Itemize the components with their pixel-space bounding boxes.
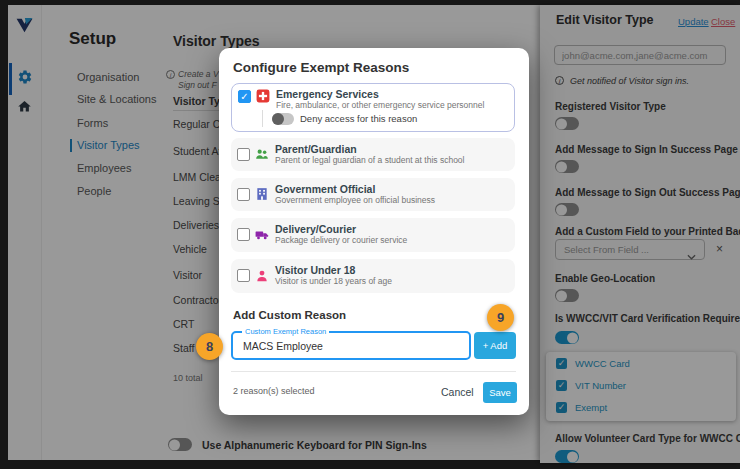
unchecked-checkbox-icon[interactable] xyxy=(237,148,250,161)
step-badge-8: 8 xyxy=(196,333,223,360)
cancel-button[interactable]: Cancel xyxy=(435,385,480,399)
reason-card-visitor-under-18[interactable]: Visitor Under 18 Visitor is under 18 yea… xyxy=(231,259,515,293)
reason-card-delivery-courier[interactable]: Delivery/Courier Package delivery or cou… xyxy=(231,218,515,252)
step-badge-9: 9 xyxy=(487,304,514,331)
reason-card-emergency-services[interactable]: ✓ Emergency Services Fire, ambulance, or… xyxy=(231,83,515,132)
building-icon xyxy=(255,187,269,201)
reason-description: Visitor is under 18 years of age xyxy=(275,276,392,286)
truck-icon xyxy=(255,228,269,242)
app-window: Setup Organisation Site & Locations Form… xyxy=(0,0,740,469)
unchecked-checkbox-icon[interactable] xyxy=(237,228,250,241)
checked-checkbox-icon[interactable]: ✓ xyxy=(238,90,251,103)
person-icon xyxy=(255,269,269,283)
first-aid-icon xyxy=(256,89,270,103)
add-button[interactable]: + Add xyxy=(474,332,516,359)
custom-reason-field: Custom Exempt Reason xyxy=(231,331,471,360)
reason-description: Package delivery or courier service xyxy=(275,235,407,245)
reason-name: Parent/Guardian xyxy=(275,143,357,155)
people-icon xyxy=(255,147,269,161)
reason-name: Emergency Services xyxy=(276,88,379,100)
selected-count-text: 2 reason(s) selected xyxy=(233,386,315,396)
configure-exempt-reasons-modal: Configure Exempt Reasons ✓ Emergency Ser… xyxy=(219,48,529,415)
reason-name: Delivery/Courier xyxy=(275,223,356,235)
custom-reason-input[interactable] xyxy=(233,333,469,358)
reason-name: Government Official xyxy=(275,183,375,195)
deny-access-toggle[interactable] xyxy=(272,113,294,125)
reason-card-parent-guardian[interactable]: Parent/Guardian Parent or legal guardian… xyxy=(231,138,515,171)
divider xyxy=(262,110,263,127)
unchecked-checkbox-icon[interactable] xyxy=(237,269,250,282)
reason-card-government-official[interactable]: Government Official Government employee … xyxy=(231,178,515,211)
reason-name: Visitor Under 18 xyxy=(275,264,355,276)
save-button[interactable]: Save xyxy=(483,382,517,403)
reason-description: Government employee on official business xyxy=(275,195,435,205)
reason-description: Fire, ambulance, or other emergency serv… xyxy=(276,100,484,110)
deny-access-label: Deny access for this reason xyxy=(300,113,417,124)
reason-description: Parent or legal guardian of a student at… xyxy=(275,155,464,165)
unchecked-checkbox-icon[interactable] xyxy=(237,188,250,201)
add-custom-reason-heading: Add Custom Reason xyxy=(233,309,346,321)
divider xyxy=(231,371,516,372)
modal-title: Configure Exempt Reasons xyxy=(233,60,409,75)
